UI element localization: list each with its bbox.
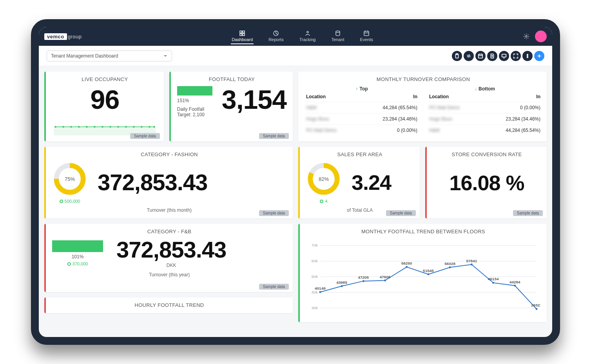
cell-in: 44,284 (65.54%)	[358, 102, 417, 114]
svg-text:46134: 46134	[488, 277, 499, 281]
card-footfall-today: FOOTFALL TODAY 151% Daily Footfall Targe…	[169, 72, 293, 141]
controls-bar: Tenant Management Dashboard	[39, 46, 552, 66]
chevron-down-icon	[163, 54, 168, 58]
svg-point-50	[384, 279, 386, 281]
occupancy-value: 96	[91, 86, 120, 113]
brand-logo: vemco group	[44, 33, 82, 40]
footfall-sub2: Target: 2,100	[177, 112, 212, 117]
svg-point-27	[141, 126, 143, 128]
svg-text:40149: 40149	[315, 286, 326, 290]
cell-in: 23,284 (34.46%)	[481, 114, 540, 125]
table-row: H&M44,284 (65.54%)	[306, 102, 417, 114]
svg-text:47205: 47205	[358, 275, 369, 279]
svg-text:47606: 47606	[380, 275, 391, 279]
sales-donut: 82%	[306, 161, 341, 196]
top-bar: vemco group Dashboard Reports Tracking T…	[39, 27, 552, 46]
svg-point-28	[149, 126, 150, 128]
btn-fullscreen[interactable]	[511, 51, 521, 61]
legend-ring-icon	[67, 262, 71, 266]
svg-point-60	[492, 282, 494, 284]
sample-badge: Sample data	[513, 210, 543, 216]
card-title: LIVE OCCUPANCY	[52, 76, 158, 82]
nav-label: Dashboard	[232, 37, 253, 42]
card-title: MONTHLY TURNOVER COMPARISON	[306, 76, 540, 82]
bottom-label: Bottom	[479, 86, 495, 92]
fashion-value: 372,853.43	[98, 171, 207, 194]
svg-text:50k: 50k	[312, 274, 318, 279]
fb-value: 372,853.43	[116, 238, 226, 261]
nav-reports[interactable]: Reports	[268, 29, 285, 44]
svg-point-20	[86, 126, 88, 128]
nav-label: Reports	[268, 37, 284, 42]
avatar[interactable]	[535, 31, 547, 42]
svg-point-52	[406, 266, 408, 268]
reports-icon	[273, 30, 279, 36]
cell-location: H&M	[429, 125, 481, 136]
donut-percent: 82%	[306, 161, 341, 196]
tracking-icon	[305, 30, 311, 36]
main-nav: Dashboard Reports Tracking Tenant Events	[82, 29, 523, 44]
btn-calendar[interactable]	[475, 51, 486, 61]
svg-point-25	[125, 126, 127, 128]
caption: Turnover (this month)	[52, 207, 286, 213]
svg-rect-0	[240, 31, 242, 33]
svg-text:29321: 29321	[531, 303, 540, 307]
legend-ring-icon	[60, 200, 63, 203]
arrow-up-icon: ↑	[355, 86, 358, 92]
svg-point-46	[341, 285, 343, 287]
card-title: CATEGORY - F&B	[52, 229, 286, 234]
svg-point-12	[527, 54, 528, 55]
card-title: MONTHLY FOOTFALL TREND BETWEEN FLOORS	[306, 229, 540, 234]
svg-point-22	[102, 126, 103, 128]
svg-text:43985: 43985	[336, 280, 347, 285]
svg-point-21	[94, 126, 96, 128]
nav-tracking[interactable]: Tracking	[299, 29, 317, 44]
btn-display[interactable]	[499, 51, 509, 61]
gear-icon[interactable]	[523, 33, 529, 40]
svg-rect-7	[364, 31, 369, 36]
svg-point-26	[133, 126, 135, 128]
svg-point-24	[117, 126, 119, 128]
fb-currency: DKK	[116, 263, 226, 268]
th-location: Location	[306, 92, 358, 102]
svg-point-23	[109, 126, 111, 128]
card-title: SALES PER AREA	[306, 151, 413, 157]
card-sales-per-area: SALES PER AREA 82% 4 3.24	[298, 147, 420, 218]
svg-point-58	[471, 263, 473, 265]
nav-tenant[interactable]: Tenant	[330, 29, 345, 44]
card-live-occupancy: LIVE OCCUPANCY 96 Sample data	[44, 72, 164, 141]
svg-point-56	[449, 266, 451, 268]
btn-switch[interactable]	[464, 51, 474, 61]
cell-location: Hugo Boss	[306, 114, 358, 125]
nav-events[interactable]: Events	[359, 29, 374, 44]
btn-add[interactable]	[534, 51, 544, 61]
fb-bar	[52, 240, 103, 252]
btn-more[interactable]	[522, 51, 533, 61]
svg-point-17	[62, 126, 64, 128]
cell-location: Hugo Boss	[429, 114, 481, 125]
card-title: FOOTFALL TODAY	[177, 76, 286, 82]
svg-text:70k: 70k	[312, 243, 318, 247]
fashion-donut: 75%	[52, 161, 87, 196]
caption: Turnover (this year)	[52, 272, 286, 278]
cell-in: 0 (0.00%)	[358, 125, 417, 136]
svg-point-62	[514, 285, 516, 287]
fb-legend: 370,000	[73, 261, 88, 266]
btn-export[interactable]	[487, 51, 497, 61]
svg-point-18	[70, 126, 72, 128]
sample-badge: Sample data	[386, 210, 416, 216]
nav-label: Events	[360, 37, 373, 42]
card-title: CATEGORY - FASHION	[52, 151, 286, 157]
dashboard-icon	[239, 30, 245, 36]
dashboard-selector[interactable]: Tenant Management Dashboard	[47, 50, 172, 61]
nav-dashboard[interactable]: Dashboard	[231, 29, 254, 44]
footfall-percent: 151%	[177, 98, 212, 103]
card-title: STORE CONVERSION RATE	[433, 151, 540, 157]
svg-point-64	[536, 308, 538, 310]
btn-clipboard[interactable]	[452, 51, 462, 61]
brand-light: group	[68, 34, 82, 40]
svg-point-29	[153, 126, 155, 128]
card-title: HOURLY FOOTFALL TREND	[52, 302, 286, 308]
cell-in: 23,284 (34.46%)	[358, 114, 417, 125]
svg-point-48	[363, 280, 364, 282]
